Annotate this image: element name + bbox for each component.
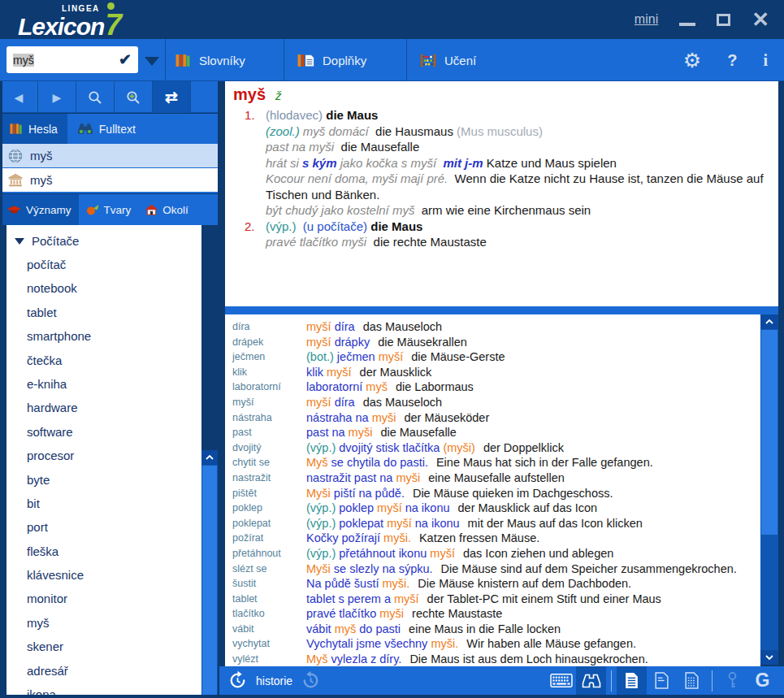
- house-icon: [145, 204, 158, 215]
- word-group-header[interactable]: Počítače: [6, 229, 201, 253]
- history-label: historie: [256, 674, 292, 687]
- collocation-row[interactable]: dvojitý(výp.) dvojitý stisk tlačítka (my…: [225, 440, 760, 456]
- tab-tvary[interactable]: Tvary: [79, 194, 139, 225]
- result-item-institution[interactable]: myš: [0, 168, 219, 192]
- word-list-item[interactable]: notebook: [6, 276, 201, 300]
- separator: [712, 670, 713, 691]
- forward-button[interactable]: ▶: [38, 81, 76, 113]
- maximize-button[interactable]: [717, 14, 730, 26]
- collocation-row[interactable]: šustitNa půdě šustí myši.Die Mäuse knist…: [225, 576, 760, 592]
- minimize-button[interactable]: [679, 23, 695, 26]
- settings-gear-icon[interactable]: ⚙: [683, 49, 701, 72]
- collocation-row[interactable]: díramyší díradas Mauseloch: [225, 319, 760, 335]
- scroll-down-button[interactable]: [760, 650, 778, 665]
- separator: [284, 39, 284, 81]
- collocation-translation: Die Mäuse sind auf dem Speicher zusammen…: [441, 562, 737, 575]
- collocation-row[interactable]: ječmen(bot.) ječmen myšídie Mäuse-Gerste: [225, 349, 760, 365]
- word-list-item[interactable]: skener: [6, 635, 201, 658]
- scroll-thumb[interactable]: [202, 466, 217, 698]
- history-forward-icon[interactable]: [301, 670, 321, 691]
- view-full-entry-button[interactable]: [617, 666, 647, 695]
- collocations-scrollbar[interactable]: [760, 314, 778, 665]
- scroll-up-button[interactable]: [201, 450, 218, 465]
- search-confirm-icon[interactable]: ✔: [119, 50, 132, 69]
- text-segment: se chytila do pasti.: [328, 456, 428, 469]
- zoom-search-button[interactable]: [115, 81, 153, 113]
- scroll-thumb[interactable]: [761, 330, 778, 535]
- collocation-row[interactable]: klikklik myšíder Mausklick: [225, 365, 760, 380]
- collocation-row[interactable]: pastpast na myšidie Mausefalle: [225, 425, 760, 440]
- tab-okoli[interactable]: Okolí: [138, 194, 196, 225]
- view-brief-entry-button[interactable]: [647, 666, 677, 695]
- collocation-row[interactable]: slézt seMyši se slezly na sýpku.Die Mäus…: [225, 561, 760, 577]
- collocation-row[interactable]: drápekmyší drápkydie Mäusekrallen: [225, 335, 760, 350]
- word-list-item[interactable]: klávesnice: [6, 563, 201, 587]
- word-list-item[interactable]: procesor: [6, 444, 201, 467]
- search-history-dropdown[interactable]: [145, 57, 159, 66]
- collocation-translation: die Mäuse-Gerste: [411, 350, 505, 363]
- tab-slovniky[interactable]: Slovníky: [175, 39, 245, 81]
- word-list-item[interactable]: byte: [6, 468, 201, 492]
- google-search-button[interactable]: G: [747, 666, 778, 695]
- keyboard-button[interactable]: [546, 666, 576, 695]
- tab-hesla[interactable]: Hesla: [0, 114, 67, 144]
- collocation-row[interactable]: vábitvábit myš do pastieine Maus in die …: [225, 622, 760, 637]
- collocation-row[interactable]: pištětMyši piští na půdě.Die Mäuse quiek…: [225, 486, 760, 501]
- search-input[interactable]: myš ✔: [6, 46, 138, 73]
- view-list-entry-button[interactable]: [677, 666, 707, 695]
- collocation-row[interactable]: požíratKočky požírají myši.Katzen fresse…: [225, 531, 760, 546]
- result-label: myš: [30, 149, 53, 163]
- collocations-panel: díramyší díradas Mauselochdrápekmyší drá…: [225, 314, 760, 666]
- word-list-item[interactable]: adresář: [6, 659, 201, 683]
- result-label: myš: [30, 173, 53, 187]
- word-list-item[interactable]: čtečka: [6, 349, 201, 372]
- text-segment: nástraha na: [306, 411, 372, 424]
- word-list-item[interactable]: smartphone: [6, 324, 201, 348]
- tab-uceni[interactable]: Učení: [420, 39, 476, 81]
- collocation-row[interactable]: poklepat(výp.) poklepat myší na ikonumit…: [225, 516, 760, 531]
- result-item-general[interactable]: myš: [0, 144, 219, 167]
- scroll-up-button[interactable]: [760, 314, 778, 329]
- word-list-item[interactable]: fleška: [6, 540, 201, 563]
- collocation-row[interactable]: vychytatVychytali jsme všechny myši.Wir …: [225, 636, 760, 652]
- sense-line: (hlodavec) die Maus: [266, 107, 767, 124]
- word-list-item[interactable]: ikona: [6, 683, 201, 695]
- collocation-row[interactable]: chytit seMyš se chytila do pasti.Eine Ma…: [225, 455, 760, 470]
- mini-mode-link[interactable]: mini: [635, 12, 658, 27]
- word-list-item[interactable]: software: [6, 420, 201, 444]
- collocation-row[interactable]: myšímyší díradas Mauseloch: [225, 395, 760, 410]
- word-list-item[interactable]: bit: [6, 492, 201, 515]
- info-icon[interactable]: i: [763, 51, 768, 70]
- collocation-row[interactable]: poklep(výp.) poklep myší na ikonuder Mau…: [225, 501, 760, 516]
- close-button[interactable]: ✕: [752, 9, 769, 30]
- sidebar-scrollbar[interactable]: [201, 450, 218, 698]
- collocation-row[interactable]: nástrahanástraha na myšider Mäuseköder: [225, 410, 760, 426]
- word-list-item[interactable]: e-kniha: [6, 372, 201, 396]
- collocation-row[interactable]: přetáhnout(výp.) přetáhnout ikonu myšída…: [225, 546, 760, 561]
- text-segment: myši.: [431, 637, 458, 650]
- word-list-item[interactable]: hardware: [6, 396, 201, 419]
- text-segment: přetáhnout ikonu: [336, 547, 430, 560]
- collocation-key: ječmen: [225, 349, 306, 365]
- license-key-button[interactable]: [717, 666, 747, 695]
- word-list-item[interactable]: myš: [6, 611, 201, 635]
- collocation-row[interactable]: tlačítkopravé tlačítko myširechte Mausta…: [225, 606, 760, 622]
- word-list-item[interactable]: tablet: [6, 301, 201, 324]
- help-icon[interactable]: ?: [727, 51, 737, 70]
- text-segment: myši: [379, 607, 404, 620]
- collocation-row[interactable]: vyléztMyš vylezla z díry.Die Maus ist au…: [225, 652, 760, 666]
- history-back-icon[interactable]: [227, 670, 248, 691]
- collocation-row[interactable]: tablettablet s perem a myšíder Tablet-PC…: [225, 592, 760, 607]
- word-list-item[interactable]: monitor: [6, 587, 201, 610]
- search-lens-button[interactable]: [76, 81, 115, 113]
- back-button[interactable]: ◀: [0, 81, 38, 113]
- tab-vyznamy[interactable]: Významy: [0, 194, 79, 225]
- word-list-item[interactable]: počítač: [6, 253, 201, 276]
- fulltext-search-button[interactable]: [576, 666, 606, 695]
- word-list-item[interactable]: port: [6, 515, 201, 539]
- swap-direction-button[interactable]: ⇄: [153, 81, 191, 113]
- tab-doplnky[interactable]: Doplňky: [297, 39, 366, 81]
- collocation-row[interactable]: nastražitnastražit past na myšieine Maus…: [225, 470, 760, 486]
- collocation-row[interactable]: laboratornílaboratorní myšdie Labormaus: [225, 379, 760, 395]
- tab-fulltext[interactable]: Fulltext: [67, 114, 145, 144]
